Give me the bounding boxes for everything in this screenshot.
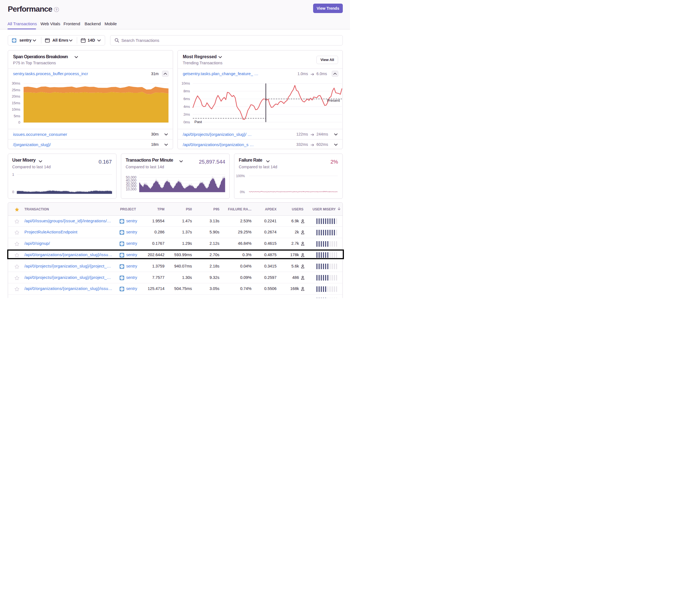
svg-text:?: ? xyxy=(55,8,57,11)
